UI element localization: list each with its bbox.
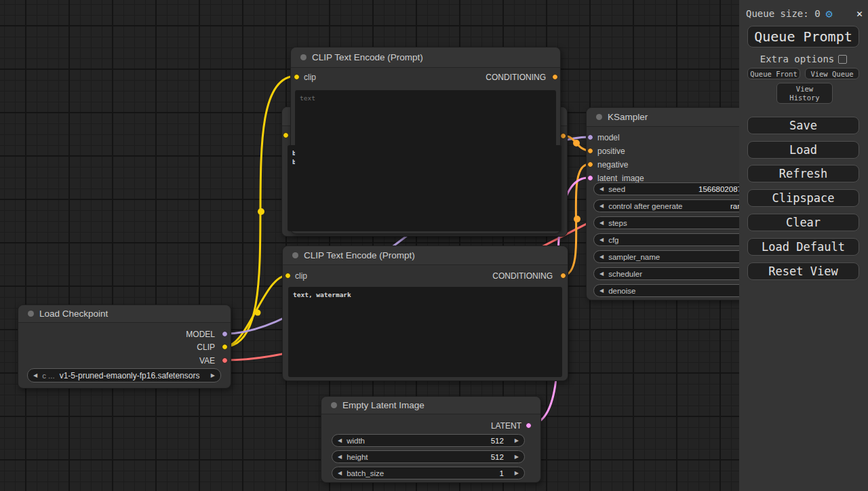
- node-title-bar[interactable]: Load Checkpoint: [18, 305, 231, 323]
- decrement-icon[interactable]: ◀: [599, 254, 604, 260]
- latent-output-port[interactable]: [526, 423, 532, 429]
- conditioning-output-port[interactable]: [560, 273, 566, 279]
- queue-prompt-button[interactable]: Queue Prompt: [747, 26, 859, 47]
- model-output-label: MODEL: [186, 330, 215, 339]
- negative-input-label: negative: [597, 160, 628, 170]
- prev-value-icon[interactable]: ◀: [33, 373, 37, 378]
- latent-image-input-label: latent_image: [597, 174, 644, 183]
- decrement-icon[interactable]: ◀: [338, 438, 342, 444]
- widget-label: denoise: [608, 287, 635, 295]
- view-queue-button[interactable]: View Queue: [805, 68, 859, 79]
- vae-output-port[interactable]: [222, 357, 228, 364]
- conditioning-output-port[interactable]: [560, 133, 566, 139]
- widget-label: c ...: [42, 372, 55, 380]
- node-collapse-dot[interactable]: [331, 402, 337, 408]
- load-button[interactable]: Load: [747, 141, 859, 159]
- decrement-icon[interactable]: ◀: [599, 288, 604, 294]
- prompt-textarea-negative[interactable]: text, watermark: [288, 287, 562, 377]
- clip-input-port[interactable]: [294, 74, 300, 80]
- conditioning-output-label: CONDITIONING: [492, 271, 553, 281]
- widget-label: cfg: [608, 236, 618, 244]
- node-title-bar[interactable]: CLIP Text Encode (Prompt): [283, 246, 568, 265]
- clear-button[interactable]: Clear: [747, 214, 859, 231]
- node-title-bar[interactable]: CLIP Text Encode (Prompt): [291, 47, 560, 68]
- node-empty-latent-image[interactable]: Empty Latent Image LATENT ◀ width 512 ▶ …: [321, 396, 541, 483]
- node-collapse-dot[interactable]: [596, 114, 602, 120]
- negative-input-port[interactable]: [587, 161, 593, 168]
- node-title: KSampler: [608, 112, 648, 122]
- refresh-button[interactable]: Refresh: [747, 165, 859, 182]
- link-dot[interactable]: [573, 140, 580, 146]
- clip-input-port[interactable]: [285, 273, 291, 279]
- node-title: CLIP Text Encode (Prompt): [304, 250, 415, 260]
- decrement-icon[interactable]: ◀: [338, 454, 342, 460]
- decrement-icon[interactable]: ◀: [599, 220, 604, 226]
- close-icon[interactable]: ✕: [856, 7, 863, 20]
- node-collapse-dot[interactable]: [292, 252, 298, 258]
- clipspace-button[interactable]: Clipspace: [747, 189, 859, 207]
- widget-label: width: [347, 437, 365, 445]
- menu-panel: Queue size: 0 ⚙ ✕ Queue Prompt Extra opt…: [739, 0, 868, 491]
- save-button[interactable]: Save: [747, 117, 859, 134]
- decrement-icon[interactable]: ◀: [599, 203, 604, 209]
- latent-image-input-port[interactable]: [587, 175, 593, 181]
- decrement-icon[interactable]: ◀: [599, 271, 604, 277]
- decrement-icon[interactable]: ◀: [599, 237, 604, 243]
- widget-label: steps: [608, 219, 627, 227]
- increment-icon[interactable]: ▶: [515, 438, 519, 444]
- clip-input-port[interactable]: [283, 132, 289, 138]
- positive-input-label: positive: [597, 146, 625, 156]
- reset-view-button[interactable]: Reset View: [747, 262, 859, 280]
- load-default-button[interactable]: Load Default: [747, 238, 859, 256]
- model-input-label: model: [597, 133, 620, 142]
- clip-input-label: clip: [304, 73, 316, 82]
- widget-value: 512: [491, 437, 504, 445]
- node-title: Empty Latent Image: [342, 400, 425, 410]
- next-value-icon[interactable]: ▶: [211, 373, 215, 378]
- link-dot[interactable]: [574, 216, 580, 222]
- node-collapse-dot[interactable]: [28, 311, 34, 317]
- view-history-button[interactable]: View History: [776, 83, 833, 104]
- latent-output-label: LATENT: [491, 421, 521, 431]
- clip-output-label: CLIP: [197, 342, 215, 352]
- vae-output-label: VAE: [199, 356, 215, 366]
- widget-label: sampler_name: [608, 253, 660, 261]
- decrement-icon[interactable]: ◀: [338, 471, 342, 476]
- extra-options-label: Extra options: [760, 54, 835, 64]
- queue-front-button[interactable]: Queue Front: [747, 68, 800, 79]
- extra-options-checkbox[interactable]: [838, 55, 847, 64]
- widget-label: scheduler: [608, 270, 642, 278]
- positive-input-port[interactable]: [587, 148, 593, 154]
- width-widget[interactable]: ◀ width 512 ▶: [332, 434, 525, 447]
- node-title: Load Checkpoint: [39, 309, 108, 319]
- clip-input-label: clip: [295, 271, 307, 281]
- batch-size-widget[interactable]: ◀ batch_size 1 ▶: [332, 467, 525, 479]
- clip-output-port[interactable]: [222, 344, 228, 350]
- queue-size-label: Queue size: 0: [746, 8, 821, 19]
- widget-label: control after generate: [608, 202, 682, 210]
- node-title: CLIP Text Encode (Prompt): [312, 52, 423, 62]
- widget-label: batch_size: [347, 469, 384, 477]
- node-title-bar[interactable]: Empty Latent Image: [321, 397, 540, 414]
- ckpt-name-widget[interactable]: ◀ c ... v1-5-pruned-emaonly-fp16.safeten…: [27, 368, 221, 382]
- link-dot[interactable]: [255, 310, 261, 316]
- settings-gear-icon[interactable]: ⚙: [826, 8, 833, 20]
- decrement-icon[interactable]: ◀: [599, 186, 604, 192]
- height-widget[interactable]: ◀ height 512 ▶: [332, 450, 525, 463]
- widget-value: v1-5-pruned-emaonly-fp16.safetensors: [60, 371, 200, 380]
- increment-icon[interactable]: ▶: [515, 471, 519, 476]
- increment-icon[interactable]: ▶: [515, 454, 519, 460]
- conditioning-output-label: CONDITIONING: [486, 73, 546, 82]
- link-dot[interactable]: [258, 208, 264, 215]
- conditioning-output-port[interactable]: [552, 74, 558, 80]
- model-input-port[interactable]: [587, 134, 593, 140]
- node-collapse-dot[interactable]: [300, 54, 307, 60]
- widget-value: 512: [491, 453, 504, 461]
- widget-value: 1566802087: [698, 185, 742, 193]
- node-load-checkpoint[interactable]: Load Checkpoint MODEL CLIP VAE ◀ c ... v…: [18, 305, 231, 389]
- widget-label: seed: [608, 185, 625, 193]
- model-output-port[interactable]: [222, 331, 228, 337]
- widget-label: height: [347, 453, 368, 461]
- widget-value: 1: [499, 469, 503, 477]
- prompt-textarea[interactable]: text: [295, 90, 556, 231]
